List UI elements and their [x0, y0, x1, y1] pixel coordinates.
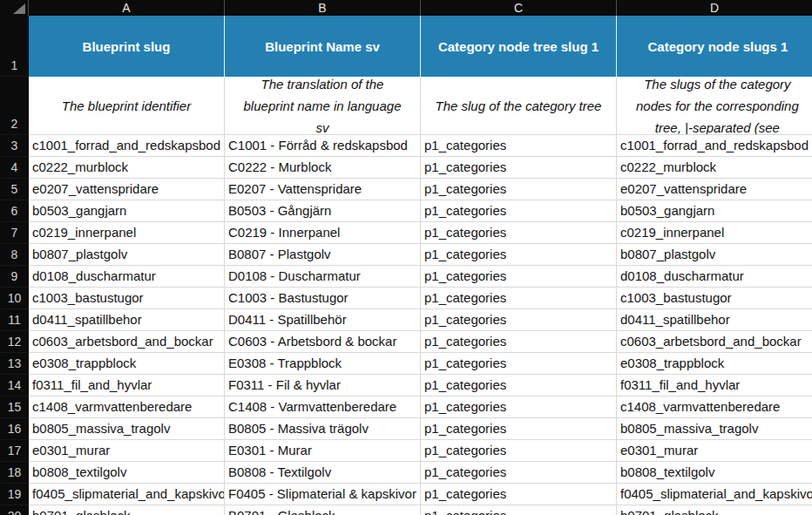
- cell-D16[interactable]: b0805_massiva_tragolv: [617, 418, 812, 440]
- cell-C20[interactable]: p1_categories: [421, 505, 617, 515]
- cell-D14[interactable]: f0311_fil_and_hyvlar: [617, 375, 812, 396]
- cell-D19[interactable]: f0405_slipmaterial_and_kapskivor: [617, 484, 812, 505]
- cell-A16[interactable]: b0805_massiva_tragolv: [29, 418, 225, 440]
- row-header-7[interactable]: 7: [0, 222, 29, 244]
- row-header-1[interactable]: 1: [0, 16, 29, 77]
- cell-B14[interactable]: F0311 - Fil & hyvlar: [225, 375, 421, 396]
- cell-D1[interactable]: Category node slugs 1: [617, 16, 812, 77]
- row-header-14[interactable]: 14: [0, 375, 29, 396]
- cell-A3[interactable]: c1001_forrad_and_redskapsbod: [29, 135, 225, 157]
- row-header-12[interactable]: 12: [0, 331, 29, 353]
- column-header-A[interactable]: A: [29, 0, 225, 16]
- cell-A20[interactable]: b0701_glasblock: [29, 505, 225, 515]
- row-header-2[interactable]: 2: [0, 77, 29, 135]
- cell-B12[interactable]: C0603 - Arbetsbord & bockar: [225, 331, 421, 353]
- cell-C1[interactable]: Category node tree slug 1: [421, 16, 617, 77]
- cell-B4[interactable]: C0222 - Murblock: [225, 157, 421, 179]
- cell-A18[interactable]: b0808_textilgolv: [29, 462, 225, 484]
- cell-D17[interactable]: e0301_murar: [617, 440, 812, 462]
- cell-A2[interactable]: The blueprint identifier: [29, 77, 225, 135]
- cell-D3[interactable]: c1001_forrad_and_redskapsbod: [617, 135, 812, 157]
- cell-D8[interactable]: b0807_plastgolv: [617, 244, 812, 266]
- cell-C5[interactable]: p1_categories: [421, 179, 617, 200]
- cell-D7[interactable]: c0219_innerpanel: [617, 222, 812, 244]
- row-header-20[interactable]: 20: [0, 505, 29, 515]
- row-header-5[interactable]: 5: [0, 179, 29, 200]
- row-header-8[interactable]: 8: [0, 244, 29, 266]
- cell-D15[interactable]: c1408_varmvattenberedare: [617, 396, 812, 418]
- cell-B5[interactable]: E0207 - Vattenspridare: [225, 179, 421, 200]
- cell-B6[interactable]: B0503 - Gångjärn: [225, 200, 421, 222]
- cell-C12[interactable]: p1_categories: [421, 331, 617, 353]
- row-header-10[interactable]: 10: [0, 288, 29, 309]
- cell-C14[interactable]: p1_categories: [421, 375, 617, 396]
- cell-A9[interactable]: d0108_duscharmatur: [29, 266, 225, 288]
- cell-B19[interactable]: F0405 - Slipmaterial & kapskivor: [225, 484, 421, 505]
- cell-C17[interactable]: p1_categories: [421, 440, 617, 462]
- cell-C13[interactable]: p1_categories: [421, 353, 617, 375]
- cell-D12[interactable]: c0603_arbetsbord_and_bockar: [617, 331, 812, 353]
- row-header-11[interactable]: 11: [0, 309, 29, 331]
- cell-C4[interactable]: p1_categories: [421, 157, 617, 179]
- cell-A10[interactable]: c1003_bastustugor: [29, 288, 225, 309]
- cell-C16[interactable]: p1_categories: [421, 418, 617, 440]
- cell-A15[interactable]: c1408_varmvattenberedare: [29, 396, 225, 418]
- cell-B16[interactable]: B0805 - Massiva trägolv: [225, 418, 421, 440]
- cell-A19[interactable]: f0405_slipmaterial_and_kapskivor: [29, 484, 225, 505]
- cell-D10[interactable]: c1003_bastustugor: [617, 288, 812, 309]
- cell-B15[interactable]: C1408 - Varmvattenberedare: [225, 396, 421, 418]
- cell-A1[interactable]: Blueprint slug: [29, 16, 225, 77]
- cell-A8[interactable]: b0807_plastgolv: [29, 244, 225, 266]
- cell-B18[interactable]: B0808 - Textilgolv: [225, 462, 421, 484]
- cell-B3[interactable]: C1001 - Förråd & redskapsbod: [225, 135, 421, 157]
- cell-C9[interactable]: p1_categories: [421, 266, 617, 288]
- column-header-D[interactable]: D: [617, 0, 812, 16]
- cell-A7[interactable]: c0219_innerpanel: [29, 222, 225, 244]
- cell-D11[interactable]: d0411_spatillbehor: [617, 309, 812, 331]
- row-header-3[interactable]: 3: [0, 135, 29, 157]
- cell-C19[interactable]: p1_categories: [421, 484, 617, 505]
- cell-B2[interactable]: The translation of the blueprint name in…: [225, 77, 421, 135]
- select-all-corner[interactable]: [0, 0, 29, 16]
- cell-B17[interactable]: E0301 - Murar: [225, 440, 421, 462]
- cell-D13[interactable]: e0308_trappblock: [617, 353, 812, 375]
- cell-A6[interactable]: b0503_gangjarn: [29, 200, 225, 222]
- cell-A12[interactable]: c0603_arbetsbord_and_bockar: [29, 331, 225, 353]
- cell-B9[interactable]: D0108 - Duscharmatur: [225, 266, 421, 288]
- cell-C11[interactable]: p1_categories: [421, 309, 617, 331]
- row-header-4[interactable]: 4: [0, 157, 29, 179]
- cell-B8[interactable]: B0807 - Plastgolv: [225, 244, 421, 266]
- cell-D6[interactable]: b0503_gangjarn: [617, 200, 812, 222]
- cell-C15[interactable]: p1_categories: [421, 396, 617, 418]
- row-header-18[interactable]: 18: [0, 462, 29, 484]
- column-header-C[interactable]: C: [421, 0, 617, 16]
- column-header-B[interactable]: B: [225, 0, 421, 16]
- cell-C7[interactable]: p1_categories: [421, 222, 617, 244]
- cell-B20[interactable]: B0701 - Glasblock: [225, 505, 421, 515]
- cell-B11[interactable]: D0411 - Spatillbehör: [225, 309, 421, 331]
- cell-D4[interactable]: c0222_murblock: [617, 157, 812, 179]
- cell-A5[interactable]: e0207_vattenspridare: [29, 179, 225, 200]
- row-header-17[interactable]: 17: [0, 440, 29, 462]
- cell-A13[interactable]: e0308_trappblock: [29, 353, 225, 375]
- cell-D9[interactable]: d0108_duscharmatur: [617, 266, 812, 288]
- row-header-15[interactable]: 15: [0, 396, 29, 418]
- row-header-6[interactable]: 6: [0, 200, 29, 222]
- row-header-19[interactable]: 19: [0, 484, 29, 505]
- cell-D18[interactable]: b0808_textilgolv: [617, 462, 812, 484]
- cell-C2[interactable]: The slug of the category tree: [421, 77, 617, 135]
- cell-D5[interactable]: e0207_vattenspridare: [617, 179, 812, 200]
- cell-C10[interactable]: p1_categories: [421, 288, 617, 309]
- cell-A4[interactable]: c0222_murblock: [29, 157, 225, 179]
- cell-D2[interactable]: The slugs of the category nodes for the …: [617, 77, 812, 135]
- row-header-13[interactable]: 13: [0, 353, 29, 375]
- cell-A17[interactable]: e0301_murar: [29, 440, 225, 462]
- cell-B7[interactable]: C0219 - Innerpanel: [225, 222, 421, 244]
- cell-B10[interactable]: C1003 - Bastustugor: [225, 288, 421, 309]
- row-header-16[interactable]: 16: [0, 418, 29, 440]
- cell-C8[interactable]: p1_categories: [421, 244, 617, 266]
- cell-B13[interactable]: E0308 - Trappblock: [225, 353, 421, 375]
- cell-B1[interactable]: Blueprint Name sv: [225, 16, 421, 77]
- cell-D20[interactable]: b0701_glasblock: [617, 505, 812, 515]
- cell-A11[interactable]: d0411_spatillbehor: [29, 309, 225, 331]
